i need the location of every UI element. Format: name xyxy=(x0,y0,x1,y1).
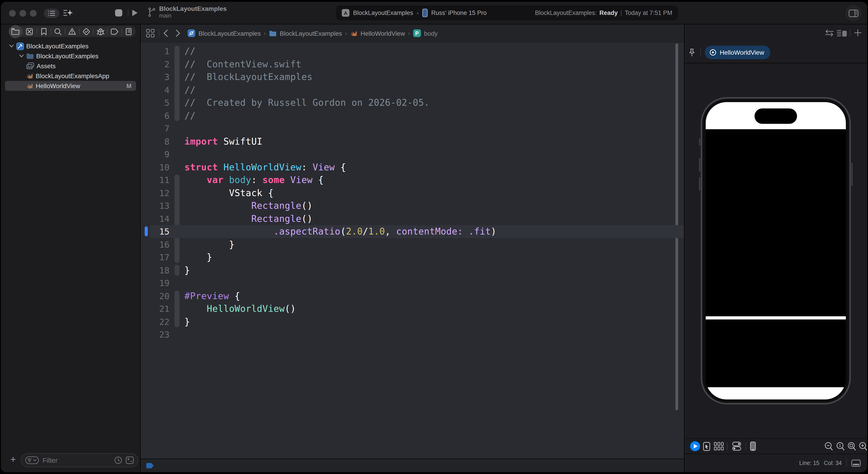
preview-variants-button[interactable] xyxy=(714,442,724,450)
breadcrumb-label[interactable]: BlockLayoutExamples xyxy=(280,30,342,37)
code-line[interactable]: Rectangle() xyxy=(184,199,313,212)
writing-tools-button[interactable] xyxy=(63,8,73,18)
code-line[interactable]: // BlockLayoutExamples xyxy=(184,70,313,83)
selectable-preview-button[interactable] xyxy=(703,442,710,451)
close-window-button[interactable] xyxy=(9,10,16,17)
line-number[interactable]: 20 xyxy=(141,289,169,302)
filter-placeholder[interactable]: Filter xyxy=(42,456,111,464)
line-number[interactable]: 23 xyxy=(141,328,169,341)
code-line[interactable]: import SwiftUI xyxy=(184,135,262,148)
tab-debug-navigator[interactable] xyxy=(94,26,107,37)
filter-options-icon[interactable] xyxy=(25,456,39,464)
line-number[interactable]: 12 xyxy=(141,186,169,199)
code-line[interactable]: } xyxy=(184,264,190,277)
code-line[interactable]: var body: some View { xyxy=(184,173,324,186)
live-preview-button[interactable] xyxy=(690,441,700,451)
breadcrumb-label[interactable]: BlockLayoutExamples xyxy=(198,30,261,37)
related-items-button[interactable] xyxy=(146,29,155,37)
line-number[interactable]: 2 xyxy=(141,58,169,70)
line-number[interactable]: 19 xyxy=(141,277,169,289)
tab-source-control-navigator[interactable] xyxy=(23,26,37,37)
code-line[interactable]: Rectangle() xyxy=(184,212,313,225)
line-number[interactable]: 21 xyxy=(141,302,169,315)
add-editor-button[interactable] xyxy=(854,29,862,37)
scheme-name-label[interactable]: BlockLayoutExamples xyxy=(353,9,413,16)
preview-device-button[interactable] xyxy=(750,441,756,451)
zoom-out-button[interactable] xyxy=(825,442,833,451)
device-settings-button[interactable] xyxy=(732,441,742,451)
pin-preview-button[interactable] xyxy=(688,49,696,57)
zoom-in-button[interactable] xyxy=(859,442,867,451)
code-line[interactable]: // Created by Russell Gordon on 2026-02-… xyxy=(184,96,430,109)
scheme-project-info[interactable]: BlockLayoutExamples main xyxy=(148,5,227,20)
tab-breakpoint-navigator[interactable] xyxy=(108,26,122,37)
sidebar-item-BlockLayoutExamples[interactable]: BlockLayoutExamples xyxy=(5,51,136,61)
editor-only-mode-button[interactable] xyxy=(44,8,59,18)
code-line[interactable]: } xyxy=(184,251,212,264)
filter-field[interactable]: Filter xyxy=(21,453,138,467)
zoom-window-button[interactable] xyxy=(30,10,37,17)
sidebar-item-BlockLayoutExamples[interactable]: BlockLayoutExamples xyxy=(5,41,136,51)
code-editor-area[interactable]: 1//2// ContentView.swift3// BlockLayoutE… xyxy=(141,42,684,459)
code-line[interactable]: struct HelloWorldView: View { xyxy=(184,161,346,173)
line-number[interactable]: 9 xyxy=(141,148,169,161)
source-control-change-bar[interactable] xyxy=(145,226,148,236)
scheme-activity-view[interactable]: A BlockLayoutExamples › Russ' iPhone 15 … xyxy=(336,5,678,20)
code-line[interactable]: // xyxy=(184,83,195,96)
code-line[interactable]: VStack { xyxy=(184,186,274,199)
adjust-editor-options-button[interactable] xyxy=(837,29,847,37)
code-fold-ribbon[interactable] xyxy=(175,175,180,263)
run-destination-label[interactable]: Russ' iPhone 15 Pro xyxy=(431,9,487,16)
code-line[interactable]: } xyxy=(184,238,235,251)
tab-bookmark-navigator[interactable] xyxy=(37,26,51,37)
breadcrumb-item[interactable]: Pbody xyxy=(413,29,438,37)
code-line[interactable]: // ContentView.swift xyxy=(184,58,302,70)
zoom-to-fit-button[interactable] xyxy=(848,442,856,451)
disclosure-chevron-icon[interactable] xyxy=(9,44,14,48)
tab-report-navigator[interactable] xyxy=(122,26,135,37)
code-review-button[interactable] xyxy=(825,29,834,37)
tab-find-navigator[interactable] xyxy=(51,26,65,37)
source-control-status-filter-icon[interactable] xyxy=(126,456,134,464)
line-number[interactable]: 11 xyxy=(141,173,169,186)
tab-issue-navigator[interactable] xyxy=(65,26,79,37)
breakpoint-indicator-icon[interactable] xyxy=(146,463,154,469)
code-line[interactable]: .aspectRatio(2.0/1.0, contentMode: .fit) xyxy=(184,225,496,238)
line-number[interactable]: 10 xyxy=(141,161,169,173)
breadcrumb-label[interactable]: HelloWorldView xyxy=(361,30,405,37)
preview-screen[interactable] xyxy=(706,102,846,400)
line-number[interactable]: 8 xyxy=(141,135,169,148)
code-line[interactable]: // xyxy=(184,45,195,58)
breadcrumb-item[interactable]: BlockLayoutExamples xyxy=(188,29,261,37)
sidebar-item-BlockLayoutExamplesApp[interactable]: BlockLayoutExamplesApp xyxy=(5,71,136,81)
add-item-button[interactable]: + xyxy=(7,454,19,466)
stop-button[interactable] xyxy=(115,9,123,17)
line-number[interactable]: 16 xyxy=(141,238,169,251)
line-number[interactable]: 1 xyxy=(141,45,169,58)
code-line[interactable]: } xyxy=(184,315,190,328)
minimize-window-button[interactable] xyxy=(20,10,26,17)
code-line[interactable]: #Preview { xyxy=(184,289,240,302)
toggle-bottom-bar-icon[interactable] xyxy=(851,460,861,467)
line-number[interactable]: 7 xyxy=(141,122,169,135)
sidebar-item-HelloWorldView[interactable]: HelloWorldViewM xyxy=(5,81,136,91)
breadcrumb-item[interactable]: BlockLayoutExamples xyxy=(269,30,342,37)
breadcrumb-item[interactable]: HelloWorldView xyxy=(350,30,405,37)
line-number[interactable]: 14 xyxy=(141,212,169,225)
code-fold-ribbon[interactable] xyxy=(175,45,180,121)
preview-tab[interactable]: HelloWorldView xyxy=(705,45,771,59)
line-number[interactable]: 17 xyxy=(141,251,169,264)
line-number[interactable]: 3 xyxy=(141,70,169,83)
line-number[interactable]: 6 xyxy=(141,109,169,122)
go-forward-button[interactable] xyxy=(176,29,180,37)
code-fold-ribbon[interactable] xyxy=(175,290,180,327)
iphone-preview-device[interactable] xyxy=(701,97,851,404)
code-line[interactable]: // xyxy=(184,109,195,122)
tab-project-navigator[interactable] xyxy=(8,26,22,37)
sidebar-item-Assets[interactable]: Assets xyxy=(5,61,136,71)
line-number[interactable]: 13 xyxy=(141,199,169,212)
line-number[interactable]: 4 xyxy=(141,83,169,96)
line-number[interactable]: 22 xyxy=(141,315,169,328)
line-number[interactable]: 18 xyxy=(141,264,169,277)
recent-files-clock-icon[interactable] xyxy=(114,456,122,464)
